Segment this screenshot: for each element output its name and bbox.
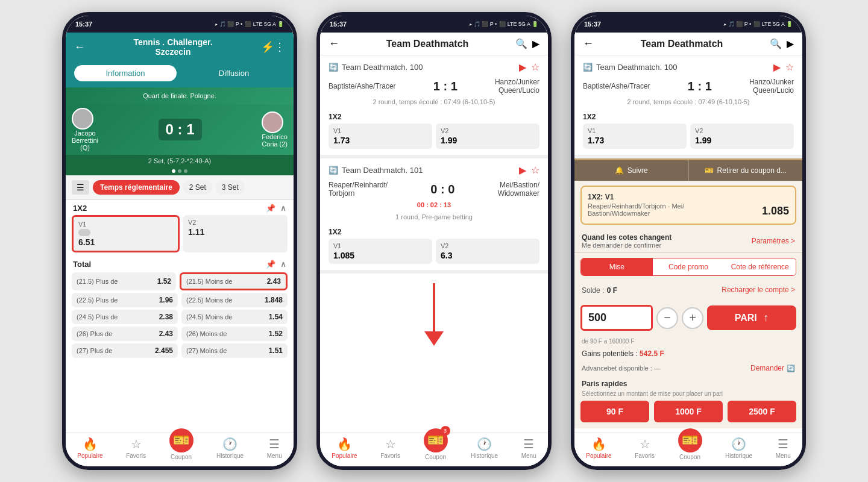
nav-favoris-label-1: Favoris	[126, 452, 146, 459]
nav-coupon-3[interactable]: 🎫 Coupon	[678, 437, 702, 460]
total-cell-4-right[interactable]: (27) Moins de 1.51	[181, 343, 288, 358]
demander-link[interactable]: Demander	[750, 364, 784, 372]
v2-cell[interactable]: V2 1.11	[183, 215, 288, 252]
search-btn-2[interactable]: 🔍	[515, 38, 527, 49]
round-info-m3: 2 round, temps écoulé : 07:49 (6-10,10-5…	[583, 98, 794, 105]
player1-name: Jacopo Berrettini (Q)	[72, 130, 98, 151]
remove-coupon-btn[interactable]: 🎫 Retirer du coupon d...	[688, 160, 803, 181]
stake-minus-btn[interactable]: −	[656, 307, 678, 329]
back-btn-1[interactable]: ←	[74, 41, 85, 54]
stream-btn-2[interactable]: ▶	[532, 38, 539, 49]
tab-diffusion[interactable]: Diffusion	[183, 65, 285, 81]
params-link[interactable]: Paramètres >	[752, 237, 795, 245]
total-cell-2-left[interactable]: (24.5) Plus de 2.38	[72, 310, 178, 324]
follow-btn[interactable]: 🔔 Suivre	[574, 160, 688, 181]
v1-m3[interactable]: V1 1.73	[583, 124, 687, 149]
recharge-link[interactable]: Recharger le compte >	[722, 286, 795, 294]
play-icon-1[interactable]: ▶	[519, 61, 526, 73]
stake-tab-promo[interactable]: Code promo	[653, 258, 725, 275]
nav-coupon-2[interactable]: 🎫 3 Coupon	[424, 437, 448, 460]
odds-change-title: Quand les cotes changent	[582, 233, 671, 242]
total-section: (21.5) Plus de 1.52 (21.5) Moins de 2.43…	[66, 271, 294, 364]
stake-plus-btn[interactable]: +	[682, 307, 703, 329]
gains-value: 542.5 F	[640, 349, 664, 358]
status-bar-1: 15:37 ▶ 🎵 ⬛ P • ⬛ LTE 5G A 🔋	[66, 16, 294, 33]
total-cell-3-right[interactable]: (26) Moins de 1.52	[181, 327, 288, 341]
v2-m3[interactable]: V2 1.99	[690, 124, 794, 149]
pari-button[interactable]: PARI ↑	[707, 305, 796, 330]
nav-popular-label-2: Populaire	[332, 452, 357, 459]
back-btn-3[interactable]: ←	[583, 37, 594, 50]
filter-icon[interactable]: ☰	[72, 180, 89, 195]
nav-popular-1[interactable]: 🔥 Populaire	[77, 437, 102, 460]
star-icon-m3[interactable]: ☆	[785, 61, 794, 73]
stake-tab-cote[interactable]: Cote de référence	[724, 258, 796, 275]
v2-m2[interactable]: V2 6.3	[436, 239, 539, 264]
section-total-label: Total	[73, 260, 91, 269]
bolt-icon-1[interactable]: ⚡	[261, 40, 274, 54]
v1-cell[interactable]: V1 6.51	[72, 215, 180, 252]
total-cell-1-right[interactable]: (22.5) Moins de 1.848	[181, 293, 288, 307]
total-cell-1-left[interactable]: (22.5) Plus de 1.96	[72, 293, 178, 307]
sync-icon-1: 🔄	[329, 63, 338, 72]
flame-icon-2: 🔥	[337, 437, 352, 451]
status-time-2: 15:37	[330, 20, 347, 28]
star-icon-m1[interactable]: ☆	[531, 61, 539, 73]
nav-coupon-1[interactable]: 🎫 Coupon	[169, 437, 193, 460]
back-btn-2[interactable]: ←	[329, 37, 339, 50]
phone-tennis: 15:37 ▶ 🎵 ⬛ P • ⬛ LTE 5G A 🔋 ← Tennis . …	[62, 12, 297, 470]
v1-toggle[interactable]	[78, 229, 90, 236]
pin-icon-total[interactable]: 📌	[266, 260, 275, 269]
nav-favoris-2[interactable]: ☆ Favoris	[380, 437, 400, 460]
menu-icon-1: ☰	[269, 437, 280, 451]
more-icon-1[interactable]: ⋮	[274, 40, 285, 54]
total-cell-0-right[interactable]: (21.5) Moins de 2.43	[180, 272, 288, 290]
gains-label: Gains potentiels :	[582, 349, 638, 358]
nav-historique-2[interactable]: 🕐 Historique	[471, 437, 498, 460]
stake-tab-mise[interactable]: Mise	[581, 258, 653, 275]
nav-popular-2[interactable]: 🔥 Populaire	[332, 437, 357, 460]
tab-information[interactable]: Information	[74, 65, 177, 81]
avatar-player2	[262, 111, 283, 133]
nav-favoris-3[interactable]: ☆ Favoris	[635, 437, 655, 460]
nav-menu-2[interactable]: ☰ Menu	[521, 437, 536, 460]
nav-menu-1[interactable]: ☰ Menu	[267, 437, 282, 460]
v2-label-m1: V2	[441, 127, 535, 134]
collapse-icon-1x2[interactable]: ∧	[280, 204, 286, 213]
collapse-icon-total[interactable]: ∧	[280, 260, 286, 269]
coupon-badge-2: 3	[441, 426, 450, 436]
set3-btn[interactable]: 3 Set	[216, 180, 245, 195]
stake-input[interactable]	[580, 305, 653, 331]
total-cell-4-left[interactable]: (27) Plus de 2.455	[72, 343, 178, 358]
total-cell-3-left[interactable]: (26) Plus de 2.43	[72, 327, 178, 341]
search-btn-3[interactable]: 🔍	[770, 38, 782, 49]
star-icon-m2[interactable]: ☆	[531, 164, 539, 176]
header-title-2: Team Deathmatch	[339, 39, 515, 49]
bottom-nav-3: 🔥 Populaire ☆ Favoris 🎫 Coupon 🕐 Histori…	[574, 433, 802, 466]
refresh-icon[interactable]: 🔄	[787, 365, 795, 372]
stake-range: de 90 F a 160000 F	[574, 337, 802, 346]
nav-historique-3[interactable]: 🕐 Historique	[725, 437, 752, 460]
nav-favoris-1[interactable]: ☆ Favoris	[126, 437, 146, 460]
header-bar-2: ← Team Deathmatch 🔍 ▶	[320, 33, 548, 55]
play-icon-3[interactable]: ▶	[773, 61, 781, 73]
team1-m1: Baptiste/Ashe/Tracer	[329, 82, 396, 90]
v1-m2[interactable]: V1 1.085	[329, 239, 432, 264]
total-cell-2-right[interactable]: (24.5) Moins de 1.54	[181, 310, 288, 324]
pari-arrow: ↑	[763, 311, 769, 324]
quick-bet-2500[interactable]: 2500 F	[728, 401, 796, 422]
v2-m1[interactable]: V2 1.99	[436, 124, 539, 149]
play-icon-2[interactable]: ▶	[519, 164, 526, 176]
stream-btn-3[interactable]: ▶	[787, 38, 794, 49]
time-btn[interactable]: Temps réglementaire	[93, 180, 180, 195]
quick-bet-1000[interactable]: 1000 F	[654, 401, 723, 422]
nav-historique-1[interactable]: 🕐 Historique	[216, 437, 244, 460]
nav-popular-3[interactable]: 🔥 Populaire	[586, 437, 611, 460]
v2-label-m2: V2	[441, 242, 535, 249]
nav-menu-3[interactable]: ☰ Menu	[776, 437, 791, 460]
quick-bet-90[interactable]: 90 F	[580, 401, 649, 422]
set2-btn[interactable]: 2 Set	[183, 180, 212, 195]
v1-m1[interactable]: V1 1.73	[329, 124, 432, 149]
pin-icon-1x2[interactable]: 📌	[266, 204, 275, 213]
total-cell-0-left[interactable]: (21.5) Plus de 1.52	[72, 272, 176, 290]
